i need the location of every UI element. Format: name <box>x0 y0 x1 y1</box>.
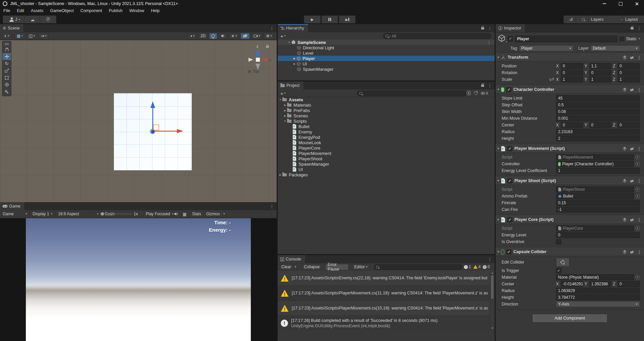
warning-count-toggle[interactable]: !4 <box>473 265 481 269</box>
constrain-proportions-icon[interactable] <box>549 77 554 81</box>
game-view-dropdown[interactable]: Game▾ <box>0 210 30 218</box>
y-field[interactable]: 0 <box>589 70 612 76</box>
presets-icon[interactable]: ⇄ <box>630 249 634 254</box>
shading-dropdown-button[interactable]: ◑▾ <box>187 33 197 39</box>
x-field[interactable]: 0 <box>561 70 583 76</box>
menu-window[interactable]: Window <box>126 7 147 14</box>
menu-file[interactable]: File <box>0 7 13 14</box>
z-field[interactable]: 1 <box>617 76 640 82</box>
layer-dropdown[interactable]: Default▼ <box>591 45 640 51</box>
value-field[interactable]: 0.15 <box>556 200 640 206</box>
cloud-button[interactable]: ☁ <box>24 15 41 23</box>
project-row[interactable]: ▶Materials <box>278 102 495 108</box>
project-row-script[interactable]: #SpawnManager <box>278 161 495 167</box>
console-message[interactable]: ! [17:17:26] Build completed with a resu… <box>278 316 495 330</box>
console-search-input[interactable] <box>374 264 462 270</box>
enabled-checkbox[interactable]: ✓ <box>507 178 512 183</box>
script-object-field[interactable]: PlayerMovement <box>556 154 634 160</box>
value-field[interactable]: 0.08 <box>556 109 640 115</box>
console-clear-button[interactable]: Clear <box>279 264 293 270</box>
presets-icon[interactable]: ⇄ <box>630 146 634 151</box>
script-object-field[interactable]: PlayerCore <box>556 225 634 231</box>
x-field[interactable]: 0 <box>561 63 583 69</box>
material-object-field[interactable]: None (Physic Material) <box>556 274 634 280</box>
aspect-dropdown[interactable]: 16:9 Aspect▾ <box>55 210 101 218</box>
object-picker-icon[interactable] <box>635 162 640 166</box>
draw-mode-button[interactable]: ◐▾ <box>2 33 11 39</box>
maximize-button[interactable] <box>616 1 625 7</box>
component-kebab-icon[interactable]: ⋮ <box>637 147 641 151</box>
presets-icon[interactable]: ⇄ <box>630 87 634 92</box>
project-create-button[interactable]: +▾ <box>278 91 288 96</box>
value-field[interactable]: 45 <box>556 95 640 101</box>
enabled-checkbox[interactable]: ✓ <box>506 249 511 254</box>
menu-assets[interactable]: Assets <box>28 7 47 14</box>
search-by-label-icon[interactable] <box>473 91 478 95</box>
y-field[interactable]: 1.392386 <box>589 281 612 287</box>
y-field[interactable]: 1.1 <box>589 63 612 69</box>
project-row-script[interactable]: #PlayerMovement <box>278 151 495 156</box>
lighting-toggle-button[interactable] <box>209 33 217 39</box>
project-row-script[interactable]: #Bullet <box>278 124 495 129</box>
console-error-pause-button[interactable]: Error Pause <box>325 264 349 270</box>
component-kebab-icon[interactable]: ⋮ <box>637 88 641 92</box>
value-field[interactable]: 2 <box>556 135 640 141</box>
project-row-script[interactable]: #Enemy <box>278 129 495 134</box>
component-kebab-icon[interactable]: ⋮ <box>637 55 641 60</box>
menu-edit[interactable]: Edit <box>13 7 28 14</box>
help-icon[interactable]: ? <box>623 179 627 183</box>
z-field[interactable]: 0 <box>617 63 640 69</box>
player-core-header[interactable]: ▼ # ✓ Player Core (Script) ? ⇄ ⋮ <box>496 215 644 224</box>
scale-slider-track[interactable] <box>99 214 132 214</box>
game-gizmos-dropdown[interactable]: Gizmos▾ <box>205 210 226 218</box>
help-icon[interactable]: ? <box>623 88 627 92</box>
project-kebab-icon[interactable]: ⋮ <box>488 83 492 88</box>
scroll-down-icon[interactable]: ▼ <box>491 327 494 329</box>
value-field[interactable]: 1 <box>556 168 640 174</box>
stats-button[interactable]: Stats <box>191 210 202 218</box>
plastic-scm-button[interactable]: Ⓟ <box>40 15 56 23</box>
game-menu-kebab-icon[interactable]: ⋮ <box>270 204 274 209</box>
tab-scene[interactable]: Scene <box>0 24 24 32</box>
add-component-button[interactable]: Add Component <box>532 314 607 323</box>
presets-icon[interactable]: ⇄ <box>630 178 634 183</box>
hierarchy-create-button[interactable]: +▾ <box>278 33 288 39</box>
y-field[interactable]: 1 <box>589 76 612 82</box>
view-hand-tool[interactable] <box>2 46 11 53</box>
gameobject-icon[interactable]: ▾ <box>498 34 506 43</box>
minimize-button[interactable] <box>600 1 609 7</box>
object-picker-icon[interactable] <box>635 194 640 198</box>
z-field[interactable]: 0 <box>617 281 640 287</box>
overlay-grip[interactable] <box>2 42 11 46</box>
value-field[interactable]: 1.063829 <box>556 288 640 294</box>
tab-inspector[interactable]: Inspector <box>496 24 525 32</box>
move-tool[interactable] <box>2 53 11 60</box>
move-snap-button[interactable]: ◫▾ <box>27 33 37 39</box>
project-search-input[interactable] <box>357 91 467 96</box>
scale-slider-thumb[interactable] <box>101 212 104 216</box>
menu-gameobject[interactable]: GameObject <box>47 7 77 14</box>
edit-collider-button[interactable] <box>556 258 569 267</box>
scale-tool[interactable] <box>2 67 11 74</box>
help-icon[interactable]: ? <box>623 147 627 151</box>
controller-object-field[interactable]: Player (Character Controller) <box>556 161 634 167</box>
name-field[interactable]: Player <box>515 36 617 42</box>
info-count-toggle[interactable]: !1 <box>464 265 471 269</box>
tab-game[interactable]: Game <box>0 202 25 210</box>
play-button[interactable]: ▶ <box>304 15 321 23</box>
step-button[interactable]: ▶ <box>339 15 356 23</box>
object-picker-icon[interactable] <box>635 275 640 280</box>
project-row-script[interactable]: #PlayerCore <box>278 145 495 151</box>
hierarchy-row-scene[interactable]: ▼ SampleScene ⋮ <box>278 40 495 45</box>
scene-visibility-button[interactable] <box>240 33 250 39</box>
object-picker-icon[interactable] <box>635 155 640 160</box>
character-controller-header[interactable]: ▼ ✓ Character Controller ? ⇄ ⋮ <box>496 85 644 94</box>
hierarchy-lock-icon[interactable] <box>481 27 484 30</box>
error-count-toggle[interactable]: !0 <box>482 265 490 269</box>
menu-publish[interactable]: Publish <box>105 7 126 14</box>
project-row-script[interactable]: #PlayerShoot <box>278 156 495 161</box>
hidden-packages-toggle[interactable]: 9 <box>480 91 488 95</box>
view-lock-icon[interactable] <box>266 46 269 48</box>
account-button[interactable]: J ▾ <box>3 15 27 23</box>
z-field[interactable]: 0 <box>617 122 640 128</box>
